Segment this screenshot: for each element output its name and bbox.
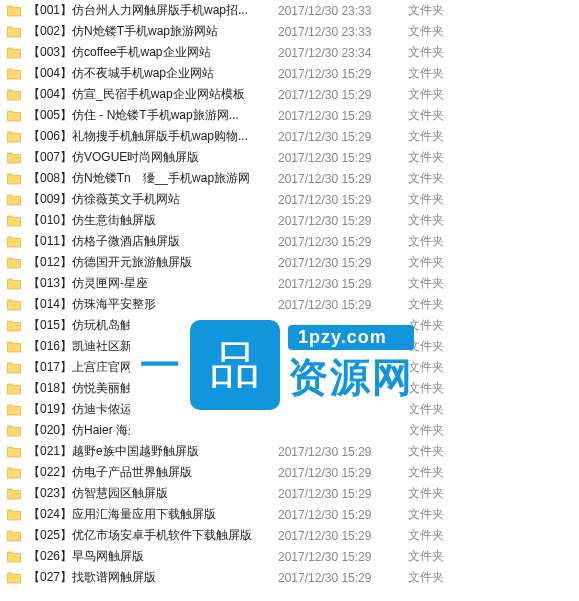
file-type: 文件夹 [408,86,468,103]
file-name: 【004】仿不夜城手机wap企业网站 [28,65,278,82]
file-name: 【026】早鸟网触屏版 [28,548,278,565]
file-name: 【024】应用汇海量应用下载触屏版 [28,506,278,523]
file-list: 【001】仿台州人力网触屏版手机wap招...2017/12/30 23:33文… [0,0,579,588]
file-type: 文件夹 [408,44,468,61]
folder-icon [6,549,22,565]
file-row[interactable]: 【024】应用汇海量应用下载触屏版2017/12/30 15:29文件夹 [0,504,579,525]
file-row[interactable]: 【004】仿不夜城手机wap企业网站2017/12/30 15:29文件夹 [0,63,579,84]
file-row[interactable]: 【014】仿珠海平安整形2017/12/30 15:29文件夹 [0,294,579,315]
folder-icon [6,276,22,292]
file-name: 【019】仿迪卡侬运动专业超市触屏版 [28,401,278,418]
file-name: 【027】找歌谱网触屏版 [28,569,278,586]
file-date: 2017/12/30 15:29 [278,571,408,585]
file-name: 【008】仿N炝镂Tn 獶__手机wap旅游网 [28,170,278,187]
folder-icon [6,66,22,82]
file-row[interactable]: 【010】仿生意街触屏版2017/12/30 15:29文件夹 [0,210,579,231]
file-date: 2017/12/30 15:29 [278,67,408,81]
file-row[interactable]: 【020】仿Haier 海尔家电家居触屏版2017/12/30 15:29文件夹 [0,420,579,441]
folder-icon [6,339,22,355]
file-date: 2017/12/30 15:29 [278,235,408,249]
file-row[interactable]: 【017】上宫庄官网单页专题页触屏版2017/12/30 15:29文件夹 [0,357,579,378]
file-row[interactable]: 【006】礼物搜手机触屏版手机wap购物...2017/12/30 15:29文… [0,126,579,147]
file-row[interactable]: 【002】仿N炝镂T手机wap旅游网站2017/12/30 23:33文件夹 [0,21,579,42]
file-row[interactable]: 【005】仿住 - N炝镂T手机wap旅游网...2017/12/30 15:2… [0,105,579,126]
file-name: 【007】仿VOGUE时尚网触屏版 [28,149,278,166]
file-date: 2017/12/30 15:29 [278,298,408,312]
folder-icon [6,570,22,586]
file-name: 【017】上宫庄官网单页专题页触屏版 [28,359,278,376]
file-name: 【003】仿coffee手机wap企业网站 [28,44,278,61]
file-date: 2017/12/30 15:29 [278,340,408,354]
file-date: 2017/12/30 15:29 [278,88,408,102]
file-row[interactable]: 【011】仿格子微酒店触屏版2017/12/30 15:29文件夹 [0,231,579,252]
file-type: 文件夹 [408,464,468,481]
file-type: 文件夹 [408,149,468,166]
file-row[interactable]: 【018】仿悦美丽触屏版2017/12/30 15:29文件夹 [0,378,579,399]
file-date: 2017/12/30 15:29 [278,109,408,123]
folder-icon [6,24,22,40]
file-type: 文件夹 [408,2,468,19]
file-row[interactable]: 【004】仿宣_民宿手机wap企业网站模板2017/12/30 15:29文件夹 [0,84,579,105]
file-type: 文件夹 [408,359,468,376]
file-type: 文件夹 [408,485,468,502]
file-name: 【010】仿生意街触屏版 [28,212,278,229]
file-row[interactable]: 【007】仿VOGUE时尚网触屏版2017/12/30 15:29文件夹 [0,147,579,168]
file-type: 文件夹 [408,254,468,271]
file-date: 2017/12/30 15:29 [278,151,408,165]
file-type: 文件夹 [408,527,468,544]
file-date: 2017/12/30 15:29 [278,130,408,144]
file-row[interactable]: 【012】仿德国开元旅游触屏版2017/12/30 15:29文件夹 [0,252,579,273]
file-date: 2017/12/30 15:29 [278,193,408,207]
file-type: 文件夹 [408,443,468,460]
file-date: 2017/12/30 23:33 [278,25,408,39]
file-date: 2017/12/30 15:29 [278,172,408,186]
file-name: 【004】仿宣_民宿手机wap企业网站模板 [28,86,278,103]
file-name: 【011】仿格子微酒店触屏版 [28,233,278,250]
file-type: 文件夹 [408,422,468,439]
file-date: 2017/12/30 15:29 [278,382,408,396]
file-type: 文件夹 [408,128,468,145]
folder-icon [6,507,22,523]
file-row[interactable]: 【016】凯迪社区新闻2017/12/30 15:29文件夹 [0,336,579,357]
folder-icon [6,45,22,61]
file-type: 文件夹 [408,506,468,523]
folder-icon [6,297,22,313]
folder-icon [6,402,22,418]
file-row[interactable]: 【022】仿电子产品世界触屏版2017/12/30 15:29文件夹 [0,462,579,483]
file-name: 【013】仿灵匣网-星座 [28,275,278,292]
folder-icon [6,444,22,460]
file-date: 2017/12/30 23:34 [278,46,408,60]
file-row[interactable]: 【008】仿N炝镂Tn 獶__手机wap旅游网2017/12/30 15:29文… [0,168,579,189]
file-name: 【022】仿电子产品世界触屏版 [28,464,278,481]
file-type: 文件夹 [408,107,468,124]
file-row[interactable]: 【009】仿徐薇英文手机网站2017/12/30 15:29文件夹 [0,189,579,210]
file-row[interactable]: 【013】仿灵匣网-星座2017/12/30 15:29文件夹 [0,273,579,294]
file-name: 【006】礼物搜手机触屏版手机wap购物... [28,128,278,145]
file-type: 文件夹 [408,233,468,250]
file-date: 2017/12/30 15:29 [278,466,408,480]
file-row[interactable]: 【025】优亿市场安卓手机软件下载触屏版2017/12/30 15:29文件夹 [0,525,579,546]
file-row[interactable]: 【021】越野e族中国越野触屏版2017/12/30 15:29文件夹 [0,441,579,462]
file-date: 2017/12/30 15:29 [278,277,408,291]
file-row[interactable]: 【027】找歌谱网触屏版2017/12/30 15:29文件夹 [0,567,579,588]
folder-icon [6,360,22,376]
file-row[interactable]: 【015】仿玩机岛触屏版2017/12/30 15:29文件夹 [0,315,579,336]
file-row[interactable]: 【023】仿智慧园区触屏版2017/12/30 15:29文件夹 [0,483,579,504]
file-type: 文件夹 [408,401,468,418]
file-row[interactable]: 【003】仿coffee手机wap企业网站2017/12/30 23:34文件夹 [0,42,579,63]
file-date: 2017/12/30 15:29 [278,508,408,522]
file-name: 【009】仿徐薇英文手机网站 [28,191,278,208]
file-date: 2017/12/30 15:29 [278,361,408,375]
file-date: 2017/12/30 15:29 [278,319,408,333]
file-date: 2017/12/30 15:29 [278,550,408,564]
file-name: 【001】仿台州人力网触屏版手机wap招... [28,2,278,19]
file-row[interactable]: 【026】早鸟网触屏版2017/12/30 15:29文件夹 [0,546,579,567]
folder-icon [6,129,22,145]
file-type: 文件夹 [408,212,468,229]
file-type: 文件夹 [408,317,468,334]
file-name: 【025】优亿市场安卓手机软件下载触屏版 [28,527,278,544]
file-row[interactable]: 【001】仿台州人力网触屏版手机wap招...2017/12/30 23:33文… [0,0,579,21]
file-row[interactable]: 【019】仿迪卡侬运动专业超市触屏版2017/12/30 15:29文件夹 [0,399,579,420]
file-type: 文件夹 [408,191,468,208]
folder-icon [6,486,22,502]
